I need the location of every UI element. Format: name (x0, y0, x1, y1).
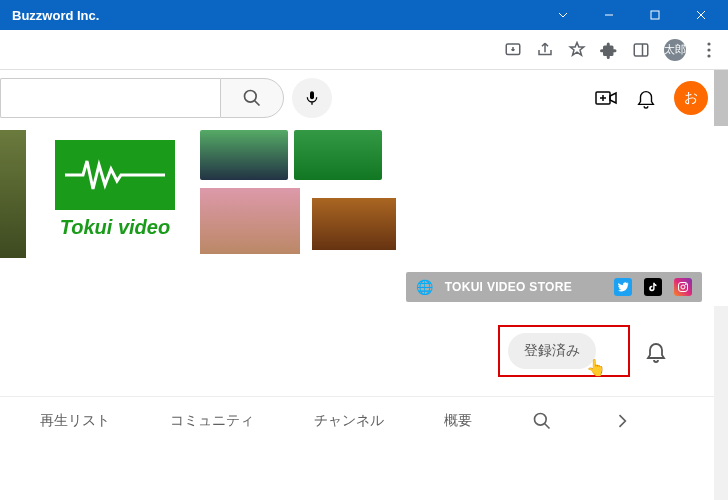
svg-point-9 (707, 54, 710, 57)
browser-menu-icon[interactable] (700, 41, 718, 59)
svg-point-17 (535, 413, 547, 425)
account-avatar[interactable]: お (674, 81, 708, 115)
tab-search-icon[interactable] (532, 411, 552, 431)
instagram-link-icon[interactable] (674, 278, 692, 296)
window-maximize-button[interactable] (632, 0, 678, 30)
globe-icon: 🌐 (416, 279, 433, 295)
banner-thumbnail (200, 188, 300, 254)
install-app-icon[interactable] (504, 41, 522, 59)
channel-logo-text: Tokui video (45, 216, 185, 239)
banner-strip (0, 130, 26, 258)
twitter-link-icon[interactable] (614, 278, 632, 296)
svg-point-7 (707, 42, 710, 45)
share-icon[interactable] (536, 41, 554, 59)
notifications-button[interactable] (634, 86, 658, 110)
tab-channels[interactable]: チャンネル (314, 412, 384, 430)
svg-point-15 (681, 285, 685, 289)
channel-banner: Tokui video 🌐 TOKUI VIDEO STORE (0, 126, 728, 306)
tutorial-highlight-box: 登録済み 👆 (498, 325, 630, 377)
svg-rect-12 (310, 91, 314, 99)
tab-about[interactable]: 概要 (444, 412, 472, 430)
banner-thumbnail (312, 198, 396, 250)
tiktok-link-icon[interactable] (644, 278, 662, 296)
browser-profile-avatar[interactable]: 太郎 (664, 39, 686, 61)
tabs-scroll-right-icon[interactable] (612, 411, 632, 431)
svg-point-10 (245, 91, 257, 103)
voice-search-button[interactable] (292, 78, 332, 118)
svg-point-16 (685, 284, 686, 285)
window-close-button[interactable] (678, 0, 724, 30)
svg-line-18 (545, 423, 550, 428)
subscribed-button[interactable]: 登録済み (508, 333, 596, 369)
window-dropdown-icon[interactable] (540, 0, 586, 30)
channel-links-bar: 🌐 TOKUI VIDEO STORE (406, 272, 702, 302)
sidepanel-icon[interactable] (632, 41, 650, 59)
banner-thumbnail (294, 130, 382, 180)
bookmark-star-icon[interactable] (568, 41, 586, 59)
search-input[interactable] (0, 78, 220, 118)
extensions-puzzle-icon[interactable] (600, 41, 618, 59)
channel-notification-bell[interactable] (644, 339, 668, 363)
search-button[interactable] (220, 78, 284, 118)
banner-thumbnail (200, 130, 288, 180)
window-title: Buzzword Inc. (12, 8, 99, 23)
channel-logo: Tokui video (45, 140, 185, 260)
tab-playlists[interactable]: 再生リスト (40, 412, 110, 430)
window-minimize-button[interactable] (586, 0, 632, 30)
store-link[interactable]: TOKUI VIDEO STORE (445, 280, 572, 294)
tab-community[interactable]: コミュニティ (170, 412, 254, 430)
svg-point-8 (707, 48, 710, 51)
svg-rect-5 (634, 44, 648, 56)
svg-line-11 (255, 101, 260, 106)
svg-rect-1 (651, 11, 659, 19)
create-video-button[interactable] (594, 86, 618, 110)
